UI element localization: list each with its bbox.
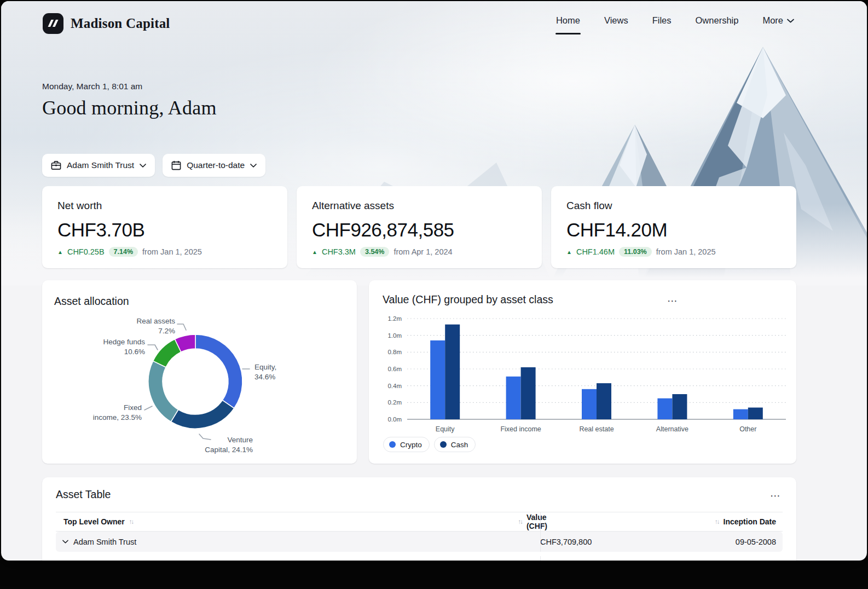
- calendar-icon: [171, 160, 181, 170]
- trend-up-icon: ▲: [566, 249, 572, 255]
- chevron-down-icon: [140, 164, 146, 168]
- nav-item-home[interactable]: Home: [556, 15, 580, 26]
- bar-crypto-other: [733, 409, 748, 419]
- chevron-expand-icon[interactable]: [62, 540, 68, 544]
- nav-more-label: More: [762, 15, 783, 26]
- donut-label-venture-capital: VentureCapital, 24.1%: [205, 435, 253, 455]
- table-row-adam-smith-trust[interactable]: Adam Smith Trust CHF3,709,800 09-05-2008: [56, 532, 783, 552]
- column-divider: [540, 512, 541, 532]
- bar-cash-other: [748, 408, 763, 419]
- column-divider: [540, 556, 541, 561]
- filter-bar: Adam Smith Trust Quarter-to-date: [42, 154, 265, 177]
- x-axis-category-label: Alternative: [656, 425, 688, 433]
- value-by-asset-class-card: Value (CHF) grouped by asset class ⋯ 1.2…: [369, 280, 796, 464]
- asset-table: Top Level Owner ↑↓ ↑↓ Value (CHF) ↑↓ Inc…: [56, 512, 783, 561]
- stat-title: Alternative assets: [312, 200, 526, 212]
- bar-crypto-equity: [430, 340, 445, 419]
- sort-icon: ↑↓: [715, 518, 719, 525]
- delta-percent-badge: 3.54%: [360, 247, 389, 257]
- legend-label: Cash: [451, 441, 468, 449]
- donut-label-hedge-funds: Hedge funds10.6%: [103, 337, 145, 357]
- donut-chart-svg: [42, 280, 357, 464]
- x-axis-category-label: Other: [739, 425, 756, 433]
- trend-up-icon: ▲: [312, 249, 317, 255]
- page-title: Good morning, Adam: [42, 96, 217, 119]
- sort-icon: ↑↓: [129, 518, 134, 525]
- alternative-assets-card: Alternative assets CHF926,874,585 ▲ CHF3…: [297, 186, 542, 268]
- nav-item-more[interactable]: More: [762, 15, 794, 26]
- donut-label-equity: Equity,34.6%: [254, 362, 276, 382]
- period-filter-dropdown[interactable]: Quarter-to-date: [163, 154, 265, 177]
- column-header-value-chf[interactable]: ↑↓ Value (CHF): [540, 513, 553, 530]
- brand-name: Madison Capital: [71, 16, 170, 31]
- briefcase-icon: [51, 160, 61, 170]
- x-axis-category-label: Fixed income: [500, 425, 541, 433]
- nav-item-files[interactable]: Files: [652, 15, 672, 26]
- column-divider: [540, 532, 541, 552]
- bar-chart-title: Value (CHF) grouped by asset class: [383, 293, 553, 306]
- bar-cash-fixed-income: [521, 367, 536, 419]
- nav-item-ownership[interactable]: Ownership: [696, 15, 739, 26]
- y-axis-tick-label: 1.2m: [387, 315, 402, 322]
- cash-dot-icon: [440, 441, 447, 448]
- stat-value: CHF14.20M: [566, 219, 781, 241]
- donut-chart: Real assets7.2% Hedge funds10.6% Fixedin…: [42, 280, 357, 464]
- crypto-dot-icon: [389, 441, 396, 448]
- bar-chart-menu-button[interactable]: ⋯: [667, 296, 678, 306]
- donut-label-fixed-income: Fixedincome, 23.5%: [93, 403, 142, 423]
- table-row-alternative-investments[interactable]: Alternative Investments CHF3,020,584 09-…: [56, 556, 783, 561]
- legend-item-crypto[interactable]: Crypto: [383, 437, 430, 452]
- asset-table-header: Top Level Owner ↑↓ ↑↓ Value (CHF) ↑↓ Inc…: [56, 512, 783, 532]
- greeting-block: Monday, March 1, 8:01 am Good morning, A…: [42, 82, 217, 119]
- entity-filter-dropdown[interactable]: Adam Smith Trust: [42, 154, 155, 177]
- row-inception-cell: 09-05-2008: [553, 538, 783, 546]
- y-axis-tick-label: 0.2m: [387, 399, 402, 406]
- asset-table-card: Asset Table ⋯ Top Level Owner ↑↓ ↑↓ Valu…: [42, 477, 796, 561]
- asset-allocation-card: Asset allocation Real assets7.2% Hedge f…: [42, 280, 357, 464]
- bar-cash-equity: [445, 325, 460, 419]
- stat-value: CHF3.70B: [57, 219, 272, 241]
- legend-label: Crypto: [400, 441, 422, 449]
- entity-filter-label: Adam Smith Trust: [67, 160, 134, 170]
- chevron-down-icon: [250, 164, 257, 168]
- bar-chart-legend: Crypto Cash: [383, 437, 476, 452]
- bar-crypto-alternative: [657, 399, 672, 419]
- donut-segment-equity: [195, 334, 242, 408]
- period-filter-label: Quarter-to-date: [187, 160, 245, 170]
- column-header-inception-date[interactable]: ↑↓ Inception Date: [553, 517, 783, 526]
- top-bar: Madison Capital Home Views Files Ownersh…: [1, 1, 867, 44]
- nav-item-views[interactable]: Views: [604, 15, 628, 26]
- column-header-top-level-owner[interactable]: Top Level Owner ↑↓: [56, 517, 540, 526]
- delta-amount: CHF1.46M: [576, 247, 615, 256]
- asset-table-title: Asset Table: [56, 488, 111, 501]
- x-axis-category-label: Equity: [436, 425, 455, 433]
- bar-crypto-real-estate: [582, 389, 597, 419]
- madison-capital-logo-icon: [42, 13, 64, 34]
- asset-table-menu-button[interactable]: ⋯: [770, 490, 781, 501]
- x-axis-category-label: Real estate: [579, 425, 614, 433]
- bar-chart-svg: 1.2m1.0m0.8m0.6m0.4m0.2m0.0mEquityFixed …: [380, 312, 788, 438]
- row-owner-cell[interactable]: Adam Smith Trust: [56, 538, 540, 546]
- y-axis-tick-label: 0.6m: [387, 366, 402, 372]
- cash-flow-card: Cash flow CHF14.20M ▲ CHF1.46M 11.03% fr…: [551, 186, 796, 268]
- chevron-down-icon: [787, 19, 794, 23]
- y-axis-tick-label: 0.8m: [387, 349, 402, 355]
- bar-cash-alternative: [672, 394, 687, 419]
- delta-percent-badge: 11.03%: [619, 247, 652, 257]
- y-axis-tick-label: 0.4m: [387, 383, 402, 389]
- row-value-cell: CHF3,709,800: [540, 538, 553, 546]
- delta-amount: CHF0.25B: [67, 247, 105, 256]
- stat-value: CHF926,874,585: [312, 219, 526, 241]
- bar-crypto-fixed-income: [506, 377, 521, 419]
- sort-icon: ↑↓: [518, 518, 522, 525]
- donut-segment-fixed-income: [148, 361, 178, 421]
- trend-up-icon: ▲: [57, 249, 63, 255]
- legend-item-cash[interactable]: Cash: [434, 437, 476, 452]
- primary-nav: Home Views Files Ownership More: [556, 15, 794, 26]
- stat-title: Net worth: [57, 200, 272, 212]
- date-time-text: Monday, March 1, 8:01 am: [42, 82, 217, 91]
- stat-title: Cash flow: [566, 200, 781, 212]
- delta-since-text: from Jan 1, 2025: [142, 247, 202, 256]
- brand-logo[interactable]: Madison Capital: [42, 13, 170, 34]
- net-worth-card: Net worth CHF3.70B ▲ CHF0.25B 7.14% from…: [42, 186, 287, 268]
